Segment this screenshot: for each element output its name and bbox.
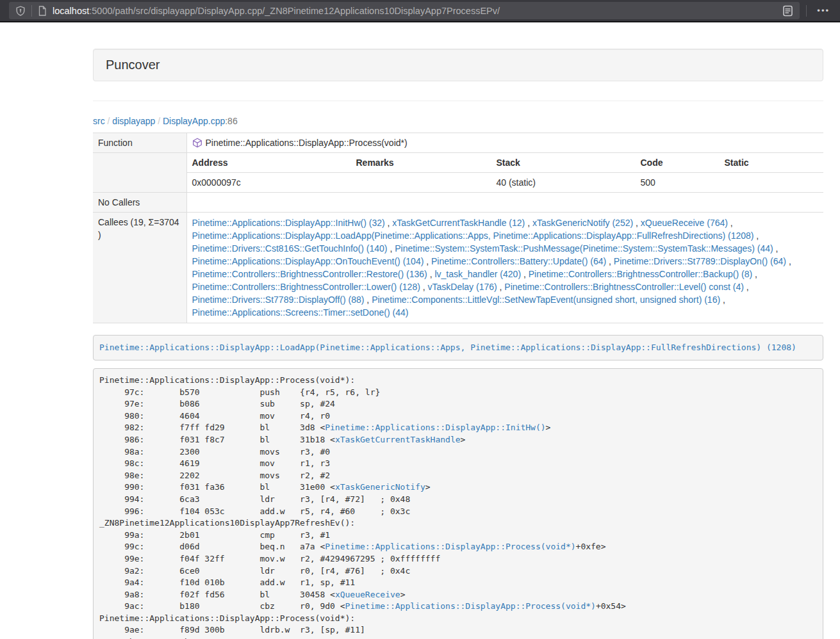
function-name[interactable]: Pinetime::Applications::DisplayApp::Proc… (206, 138, 408, 148)
code-value: 500 (636, 173, 720, 193)
details-value-row: 0x0000097c 40 (static) 500 (187, 173, 824, 193)
url-text[interactable]: localhost:5000/path/src/displayapp/Displ… (53, 6, 782, 16)
breadcrumb-link[interactable]: src (93, 116, 105, 126)
callee-link[interactable]: Pinetime::System::SystemTask::PushMessag… (395, 243, 773, 254)
breadcrumb-separator: / (155, 116, 163, 126)
callee-link[interactable]: Pinetime::Drivers::Cst816S::GetTouchInfo… (192, 243, 388, 254)
page-content: Puncover src / displayapp / DisplayApp.c… (93, 22, 823, 639)
function-table: Function Pinetime::Applications::Display… (93, 133, 823, 323)
callee-link[interactable]: Pinetime::Drivers::St7789::DisplayOn() (… (614, 256, 786, 266)
callee-link[interactable]: Pinetime::Applications::DisplayApp::OnTo… (192, 256, 424, 266)
callee-link[interactable]: xTaskGetCurrentTaskHandle (12) (392, 218, 525, 228)
browser-toolbar: localhost:5000/path/src/displayapp/Displ… (0, 0, 840, 22)
table-row-no-callers: No Callers (93, 193, 823, 213)
remarks-value (351, 173, 491, 193)
breadcrumb-link[interactable]: displayapp (112, 116, 155, 126)
callee-link[interactable]: lv_task_handler (420) (434, 269, 521, 279)
disassembly: Pinetime::Applications::DisplayApp::Proc… (93, 368, 823, 639)
url-rest: :5000/path/src/displayapp/DisplayApp.cpp… (89, 6, 500, 16)
page-title: Puncover (106, 58, 160, 72)
callee-link[interactable]: Pinetime::Controllers::BrightnessControl… (529, 269, 752, 279)
callee-link[interactable]: vTaskDelay (176) (428, 282, 497, 292)
function-name-cell: Pinetime::Applications::DisplayApp::Proc… (186, 133, 823, 153)
table-row-function: Function Pinetime::Applications::Display… (93, 133, 823, 153)
caller-banner: Pinetime::Applications::DisplayApp::Load… (93, 335, 823, 360)
breadcrumb-separator: / (105, 116, 113, 126)
toolbar-separator (806, 5, 807, 17)
callee-link[interactable]: Pinetime::Drivers::St7789::DisplayOff() … (192, 295, 365, 305)
disasm-symbol-link[interactable]: Pinetime::Applications::DisplayApp::Proc… (325, 542, 575, 551)
no-callers-label: No Callers (93, 193, 186, 213)
urlbar-separator (31, 5, 32, 17)
disasm-symbol-link[interactable]: xQueueReceive (335, 590, 400, 599)
breadcrumb-link[interactable]: DisplayApp.cpp (163, 116, 225, 126)
stack-value: 40 (static) (491, 173, 636, 193)
address-value: 0x0000097c (187, 173, 351, 193)
disasm-symbol-link[interactable]: Pinetime::Applications::DisplayApp::Proc… (345, 601, 596, 611)
table-row-details: Address Remarks Stack Code Static 0x0000… (93, 153, 823, 193)
callee-link[interactable]: xTaskGenericNotify (252) (532, 218, 633, 228)
menu-icon[interactable]: ••• (813, 6, 834, 15)
header-divider (93, 101, 823, 101)
function-row-label: Function (93, 133, 186, 153)
callee-link[interactable]: Pinetime::Controllers::Battery::Update()… (431, 256, 606, 266)
col-header-remarks: Remarks (351, 153, 491, 173)
disasm-symbol-link[interactable]: xTaskGetCurrentTaskHandle (335, 435, 461, 444)
callee-link[interactable]: Pinetime::Controllers::BrightnessControl… (192, 269, 427, 279)
disasm-symbol-link[interactable]: Pinetime::Applications::DisplayApp::Init… (325, 423, 545, 432)
col-header-stack: Stack (491, 153, 636, 173)
disasm-symbol-link[interactable]: xTaskGenericNotify (335, 482, 425, 492)
callee-link[interactable]: Pinetime::Applications::Screens::Timer::… (192, 307, 409, 318)
details-cell: Address Remarks Stack Code Static 0x0000… (186, 153, 823, 193)
reader-mode-icon[interactable] (782, 5, 793, 17)
no-callers-cell (186, 193, 823, 213)
url-host: localhost (53, 6, 89, 16)
symbol-cube-icon (192, 138, 202, 148)
callees-list: Pinetime::Applications::DisplayApp::Init… (186, 213, 823, 323)
details-row-label (93, 153, 186, 193)
breadcrumb-line-number: :86 (225, 116, 237, 126)
callee-link[interactable]: Pinetime::Controllers::BrightnessControl… (504, 282, 743, 292)
app-header: Puncover (93, 49, 823, 81)
callee-link[interactable]: Pinetime::Controllers::BrightnessControl… (192, 282, 420, 292)
breadcrumb: src / displayapp / DisplayApp.cpp:86 (93, 115, 823, 127)
col-header-code: Code (636, 153, 720, 173)
shield-icon[interactable] (15, 6, 26, 16)
static-value (720, 173, 824, 193)
col-header-address: Address (187, 153, 351, 173)
details-header-row: Address Remarks Stack Code Static (187, 153, 824, 173)
url-input[interactable]: localhost:5000/path/src/displayapp/Displ… (9, 2, 800, 19)
col-header-static: Static (720, 153, 824, 173)
details-table: Address Remarks Stack Code Static 0x0000… (187, 153, 824, 192)
callee-link[interactable]: Pinetime::Applications::DisplayApp::Load… (192, 231, 754, 241)
table-row-callees: Callees (19, Σ=3704 ) Pinetime::Applicat… (93, 213, 823, 323)
callee-link[interactable]: xQueueReceive (764) (641, 218, 728, 228)
caller-banner-link[interactable]: Pinetime::Applications::DisplayApp::Load… (99, 343, 796, 352)
callees-label: Callees (19, Σ=3704 ) (93, 213, 186, 323)
callee-link[interactable]: Pinetime::Applications::DisplayApp::Init… (192, 218, 385, 228)
page-icon[interactable] (38, 6, 47, 16)
callee-link[interactable]: Pinetime::Components::LittleVgl::SetNewT… (372, 295, 720, 305)
